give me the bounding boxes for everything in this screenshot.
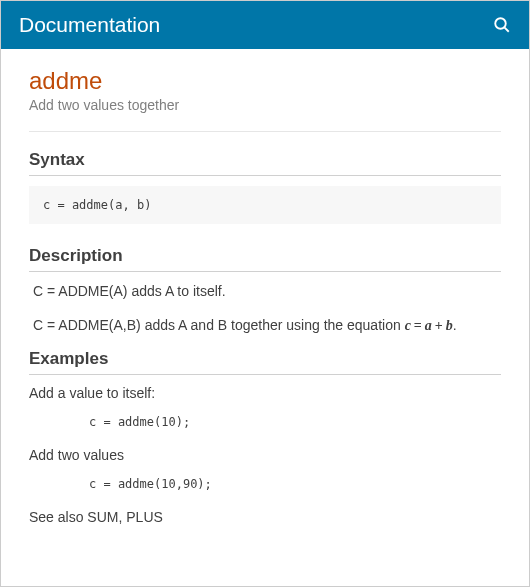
divider <box>29 131 501 132</box>
description-line-2-suffix: . <box>453 317 457 333</box>
syntax-heading: Syntax <box>29 150 501 176</box>
equation: c=a+b <box>405 318 453 333</box>
description-line-1: C = ADDME(A) adds A to itself. <box>33 282 501 302</box>
svg-line-1 <box>505 28 509 32</box>
description-line-2: C = ADDME(A,B) adds A and B together usi… <box>33 316 501 336</box>
see-also: See also SUM, PLUS <box>29 509 501 525</box>
description-heading: Description <box>29 246 501 272</box>
eq-equals: = <box>411 318 425 333</box>
page-title: addme <box>29 67 501 95</box>
search-icon[interactable] <box>493 16 511 34</box>
eq-a: a <box>425 318 432 333</box>
content-area: addme Add two values together Syntax c =… <box>1 49 529 543</box>
example-code-1: c = addme(10); <box>89 415 501 429</box>
example-intro-2: Add two values <box>29 447 501 463</box>
description-line-2-prefix: C = ADDME(A,B) adds A and B together usi… <box>33 317 405 333</box>
example-code-2: c = addme(10,90); <box>89 477 501 491</box>
example-intro-1: Add a value to itself: <box>29 385 501 401</box>
syntax-code: c = addme(a, b) <box>29 186 501 224</box>
app-header: Documentation <box>1 1 529 49</box>
eq-plus: + <box>432 318 446 333</box>
svg-point-0 <box>495 18 506 29</box>
eq-lhs: c <box>405 318 411 333</box>
page-subtitle: Add two values together <box>29 97 501 113</box>
examples-heading: Examples <box>29 349 501 375</box>
header-title: Documentation <box>19 13 160 37</box>
eq-b: b <box>446 318 453 333</box>
